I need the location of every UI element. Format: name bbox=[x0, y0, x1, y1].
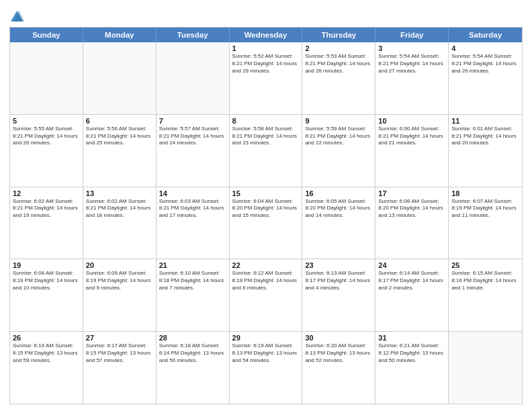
day-number: 23 bbox=[305, 261, 372, 269]
day-info: Sunrise: 6:00 AM Sunset: 8:21 PM Dayligh… bbox=[378, 126, 445, 147]
calendar-row: 12Sunrise: 6:02 AM Sunset: 8:21 PM Dayli… bbox=[10, 187, 522, 260]
logo-icon bbox=[9, 9, 24, 24]
day-number: 26 bbox=[13, 334, 80, 342]
weekday-header: Wednesday bbox=[230, 28, 303, 42]
day-number: 28 bbox=[159, 334, 226, 342]
calendar-cell: 13Sunrise: 6:02 AM Sunset: 8:21 PM Dayli… bbox=[83, 187, 157, 259]
calendar-body: 1Sunrise: 5:52 AM Sunset: 8:21 PM Daylig… bbox=[10, 42, 522, 404]
calendar-cell: 28Sunrise: 6:18 AM Sunset: 8:14 PM Dayli… bbox=[157, 332, 230, 404]
calendar-row: 5Sunrise: 5:55 AM Sunset: 8:21 PM Daylig… bbox=[10, 115, 522, 187]
calendar-cell: 10Sunrise: 6:00 AM Sunset: 8:21 PM Dayli… bbox=[375, 115, 449, 187]
calendar-cell: 16Sunrise: 6:05 AM Sunset: 8:20 PM Dayli… bbox=[302, 187, 375, 259]
calendar-cell bbox=[83, 42, 157, 114]
day-info: Sunrise: 6:19 AM Sunset: 8:13 PM Dayligh… bbox=[232, 342, 300, 364]
calendar-cell: 30Sunrise: 6:20 AM Sunset: 8:13 PM Dayli… bbox=[302, 332, 375, 404]
day-number: 13 bbox=[86, 189, 153, 197]
calendar-header: SundayMondayTuesdayWednesdayThursdayFrid… bbox=[10, 28, 522, 42]
day-info: Sunrise: 5:58 AM Sunset: 8:21 PM Dayligh… bbox=[232, 126, 300, 147]
day-info: Sunrise: 6:16 AM Sunset: 8:15 PM Dayligh… bbox=[13, 342, 80, 364]
day-number: 3 bbox=[378, 44, 445, 52]
calendar-cell: 22Sunrise: 6:12 AM Sunset: 8:18 PM Dayli… bbox=[230, 259, 303, 331]
day-number: 8 bbox=[232, 117, 300, 125]
day-info: Sunrise: 6:01 AM Sunset: 8:21 PM Dayligh… bbox=[451, 126, 519, 147]
day-number: 14 bbox=[159, 189, 226, 197]
day-info: Sunrise: 6:09 AM Sunset: 8:19 PM Dayligh… bbox=[86, 270, 153, 291]
calendar-cell: 9Sunrise: 5:59 AM Sunset: 8:21 PM Daylig… bbox=[302, 115, 375, 187]
calendar-cell: 27Sunrise: 6:17 AM Sunset: 8:15 PM Dayli… bbox=[83, 332, 157, 404]
calendar-cell: 25Sunrise: 6:15 AM Sunset: 8:16 PM Dayli… bbox=[449, 259, 522, 331]
day-info: Sunrise: 6:02 AM Sunset: 8:21 PM Dayligh… bbox=[13, 198, 80, 220]
day-number: 31 bbox=[378, 334, 445, 342]
day-number: 15 bbox=[232, 189, 300, 197]
day-number: 22 bbox=[232, 261, 300, 269]
day-number: 1 bbox=[232, 44, 300, 52]
weekday-header: Sunday bbox=[10, 28, 83, 42]
calendar-row: 19Sunrise: 6:08 AM Sunset: 8:19 PM Dayli… bbox=[10, 259, 522, 332]
day-info: Sunrise: 6:17 AM Sunset: 8:15 PM Dayligh… bbox=[86, 342, 153, 364]
day-number: 24 bbox=[378, 261, 445, 269]
calendar-row: 26Sunrise: 6:16 AM Sunset: 8:15 PM Dayli… bbox=[10, 332, 522, 404]
day-info: Sunrise: 5:57 AM Sunset: 8:21 PM Dayligh… bbox=[159, 126, 226, 147]
calendar-cell: 2Sunrise: 5:53 AM Sunset: 8:21 PM Daylig… bbox=[302, 42, 375, 114]
day-info: Sunrise: 6:21 AM Sunset: 8:12 PM Dayligh… bbox=[378, 342, 445, 364]
calendar-cell: 20Sunrise: 6:09 AM Sunset: 8:19 PM Dayli… bbox=[83, 259, 157, 331]
calendar-cell bbox=[449, 332, 522, 404]
weekday-header: Tuesday bbox=[157, 28, 230, 42]
calendar: SundayMondayTuesdayWednesdayThursdayFrid… bbox=[9, 27, 523, 404]
day-info: Sunrise: 6:03 AM Sunset: 8:21 PM Dayligh… bbox=[159, 198, 226, 220]
calendar-cell: 26Sunrise: 6:16 AM Sunset: 8:15 PM Dayli… bbox=[10, 332, 83, 404]
day-info: Sunrise: 6:08 AM Sunset: 8:19 PM Dayligh… bbox=[13, 270, 80, 291]
day-info: Sunrise: 6:10 AM Sunset: 8:18 PM Dayligh… bbox=[159, 270, 226, 291]
day-number: 21 bbox=[159, 261, 226, 269]
day-number: 25 bbox=[451, 261, 519, 269]
day-info: Sunrise: 6:15 AM Sunset: 8:16 PM Dayligh… bbox=[451, 270, 519, 291]
day-number: 2 bbox=[305, 44, 372, 52]
calendar-cell: 15Sunrise: 6:04 AM Sunset: 8:20 PM Dayli… bbox=[230, 187, 303, 259]
day-info: Sunrise: 6:05 AM Sunset: 8:20 PM Dayligh… bbox=[305, 198, 372, 220]
day-info: Sunrise: 6:13 AM Sunset: 8:17 PM Dayligh… bbox=[305, 270, 372, 291]
day-number: 27 bbox=[86, 334, 153, 342]
day-info: Sunrise: 5:59 AM Sunset: 8:21 PM Dayligh… bbox=[305, 126, 372, 147]
calendar-cell: 23Sunrise: 6:13 AM Sunset: 8:17 PM Dayli… bbox=[302, 259, 375, 331]
day-info: Sunrise: 6:07 AM Sunset: 8:19 PM Dayligh… bbox=[451, 198, 519, 220]
day-number: 19 bbox=[13, 261, 80, 269]
weekday-header: Monday bbox=[83, 28, 157, 42]
weekday-header: Saturday bbox=[449, 28, 522, 42]
calendar-cell: 6Sunrise: 5:56 AM Sunset: 8:21 PM Daylig… bbox=[83, 115, 157, 187]
day-number: 12 bbox=[13, 189, 80, 197]
page: SundayMondayTuesdayWednesdayThursdayFrid… bbox=[0, 0, 532, 411]
calendar-cell: 24Sunrise: 6:14 AM Sunset: 8:17 PM Dayli… bbox=[375, 259, 449, 331]
day-info: Sunrise: 5:56 AM Sunset: 8:21 PM Dayligh… bbox=[86, 126, 153, 147]
calendar-row: 1Sunrise: 5:52 AM Sunset: 8:21 PM Daylig… bbox=[10, 42, 522, 115]
calendar-cell: 18Sunrise: 6:07 AM Sunset: 8:19 PM Dayli… bbox=[449, 187, 522, 259]
calendar-cell: 19Sunrise: 6:08 AM Sunset: 8:19 PM Dayli… bbox=[10, 259, 83, 331]
day-info: Sunrise: 6:18 AM Sunset: 8:14 PM Dayligh… bbox=[159, 342, 226, 364]
day-number: 6 bbox=[86, 117, 153, 125]
day-info: Sunrise: 6:20 AM Sunset: 8:13 PM Dayligh… bbox=[305, 342, 372, 364]
day-number: 4 bbox=[451, 44, 519, 52]
day-info: Sunrise: 5:55 AM Sunset: 8:21 PM Dayligh… bbox=[13, 126, 80, 147]
day-number: 20 bbox=[86, 261, 153, 269]
calendar-cell bbox=[157, 42, 230, 114]
weekday-header: Friday bbox=[375, 28, 449, 42]
calendar-cell: 21Sunrise: 6:10 AM Sunset: 8:18 PM Dayli… bbox=[157, 259, 230, 331]
calendar-cell: 14Sunrise: 6:03 AM Sunset: 8:21 PM Dayli… bbox=[157, 187, 230, 259]
calendar-cell bbox=[10, 42, 83, 114]
calendar-cell: 7Sunrise: 5:57 AM Sunset: 8:21 PM Daylig… bbox=[157, 115, 230, 187]
day-number: 11 bbox=[451, 117, 519, 125]
day-info: Sunrise: 6:14 AM Sunset: 8:17 PM Dayligh… bbox=[378, 270, 445, 291]
logo bbox=[9, 8, 27, 24]
day-info: Sunrise: 5:53 AM Sunset: 8:21 PM Dayligh… bbox=[305, 53, 372, 75]
day-number: 16 bbox=[305, 189, 372, 197]
calendar-cell: 5Sunrise: 5:55 AM Sunset: 8:21 PM Daylig… bbox=[10, 115, 83, 187]
calendar-cell: 17Sunrise: 6:06 AM Sunset: 8:20 PM Dayli… bbox=[375, 187, 449, 259]
day-number: 17 bbox=[378, 189, 445, 197]
calendar-cell: 29Sunrise: 6:19 AM Sunset: 8:13 PM Dayli… bbox=[230, 332, 303, 404]
header bbox=[9, 7, 523, 24]
day-info: Sunrise: 5:54 AM Sunset: 8:21 PM Dayligh… bbox=[451, 53, 519, 75]
calendar-cell: 1Sunrise: 5:52 AM Sunset: 8:21 PM Daylig… bbox=[230, 42, 303, 114]
day-info: Sunrise: 5:54 AM Sunset: 8:21 PM Dayligh… bbox=[378, 53, 445, 75]
day-number: 5 bbox=[13, 117, 80, 125]
day-info: Sunrise: 6:02 AM Sunset: 8:21 PM Dayligh… bbox=[86, 198, 153, 220]
day-number: 29 bbox=[232, 334, 300, 342]
